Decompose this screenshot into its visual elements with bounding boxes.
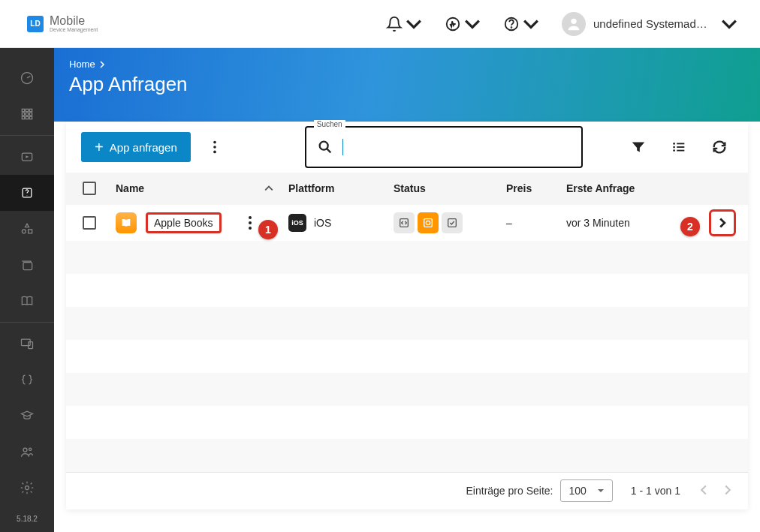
first-request-text: vor 3 Minuten [566, 217, 630, 229]
column-price-label: Preis [506, 182, 532, 194]
svg-rect-7 [29, 109, 32, 111]
brand-name: Mobile [50, 15, 98, 27]
svg-point-31 [673, 146, 675, 149]
prev-page-button[interactable] [698, 485, 709, 497]
chevron-down-icon [721, 16, 737, 32]
page-size-value: 100 [568, 485, 586, 497]
request-app-label: App anfragen [110, 141, 177, 154]
sidebar-item-profiles[interactable] [0, 362, 54, 398]
svg-point-29 [673, 143, 675, 145]
column-platform-label: Plattform [288, 182, 334, 194]
book-icon [20, 293, 35, 308]
svg-rect-9 [26, 113, 28, 115]
gear-icon [20, 480, 35, 495]
sidebar-item-users[interactable] [0, 434, 54, 470]
svg-point-3 [571, 18, 576, 23]
empty-row [66, 340, 748, 373]
hierarchy-icon [20, 221, 35, 236]
svg-point-28 [319, 142, 327, 150]
page-nav [698, 485, 733, 497]
callout-marker-1: 1 [258, 220, 278, 239]
svg-rect-18 [29, 230, 32, 233]
status-created[interactable] [394, 212, 415, 233]
sidebar-item-devices[interactable] [0, 326, 54, 362]
svg-rect-6 [26, 109, 28, 111]
chevron-left-icon [698, 485, 709, 495]
svg-point-33 [673, 149, 675, 152]
column-name[interactable]: Name [108, 182, 281, 194]
devices-icon [20, 336, 35, 351]
refresh-button[interactable] [706, 134, 733, 161]
sidebar-item-education[interactable] [0, 398, 54, 434]
user-menu[interactable]: undefined Systemadmi... [557, 8, 742, 41]
next-page-button[interactable] [722, 485, 733, 497]
empty-row [66, 274, 748, 307]
avatar [562, 12, 586, 36]
chevron-down-icon [464, 16, 481, 32]
sidebar-divider [0, 135, 54, 136]
check-box-icon [446, 217, 458, 229]
row-menu-button[interactable] [249, 216, 256, 230]
row-details-button[interactable] [709, 209, 736, 236]
sidebar-item-requests[interactable] [0, 175, 54, 211]
svg-point-23 [29, 448, 32, 450]
column-status[interactable]: Status [386, 182, 499, 194]
svg-point-2 [511, 27, 512, 28]
request-app-button[interactable]: + App anfragen [81, 132, 191, 162]
row-checkbox[interactable] [83, 216, 96, 230]
price-text: – [506, 217, 512, 229]
svg-rect-11 [22, 116, 24, 119]
toolbar: + App anfragen Suchen [66, 122, 748, 173]
chevron-right-icon [722, 485, 733, 495]
version-label: 5.18.2 [17, 515, 38, 523]
plus-icon: + [95, 139, 104, 156]
column-first-request[interactable]: Erste Anfrage [559, 182, 701, 194]
svg-rect-19 [23, 263, 32, 270]
svg-rect-32 [677, 146, 684, 148]
search-input[interactable] [352, 141, 571, 154]
sidebar-item-library[interactable] [0, 247, 54, 283]
svg-rect-8 [22, 113, 24, 115]
top-header: LD Mobile Device Management undefined Sy… [0, 0, 760, 48]
sidebar-item-apps[interactable] [0, 96, 54, 132]
sort-asc-icon [264, 184, 273, 193]
view-list-button[interactable] [665, 134, 692, 161]
help-menu[interactable] [499, 11, 544, 37]
svg-point-25 [213, 141, 216, 144]
users-icon [20, 444, 35, 459]
search-icon [317, 139, 333, 155]
logo[interactable]: LD Mobile Device Management [27, 15, 98, 32]
column-platform[interactable]: Plattform [281, 182, 386, 194]
sidebar-item-dashboard[interactable] [0, 60, 54, 96]
sidebar-item-docs[interactable] [0, 283, 54, 319]
notifications-menu[interactable] [382, 11, 427, 37]
stack-icon [20, 257, 35, 272]
status-pending[interactable] [418, 212, 439, 233]
table-row: Apple Books 1 iOS iOS [66, 205, 748, 241]
sidebar-item-structure[interactable] [0, 211, 54, 247]
svg-rect-36 [424, 219, 433, 227]
chevron-down-icon [406, 16, 422, 32]
column-first-label: Erste Anfrage [566, 182, 635, 194]
app-icon [116, 212, 137, 233]
page-range: 1 - 1 von 1 [631, 485, 680, 497]
select-all-checkbox[interactable] [83, 182, 96, 195]
sidebar-item-settings[interactable] [0, 470, 54, 506]
activity-menu[interactable] [440, 11, 485, 37]
svg-point-24 [26, 486, 29, 490]
svg-point-16 [27, 195, 28, 196]
more-actions-button[interactable] [201, 134, 228, 161]
page-size-select[interactable]: 100 [560, 479, 612, 502]
status-approved[interactable] [442, 212, 463, 233]
column-status-label: Status [394, 182, 426, 194]
breadcrumb[interactable]: Home [69, 59, 745, 70]
svg-point-37 [426, 221, 430, 224]
search-box[interactable] [305, 126, 583, 168]
sidebar-item-kiosk[interactable] [0, 139, 54, 175]
pagination: Einträge pro Seite: 100 1 - 1 von 1 [66, 472, 748, 509]
svg-rect-13 [29, 116, 32, 119]
column-price[interactable]: Preis [499, 182, 559, 194]
empty-row [66, 439, 748, 472]
app-name-link[interactable]: Apple Books [146, 212, 222, 233]
filter-button[interactable] [625, 134, 652, 161]
